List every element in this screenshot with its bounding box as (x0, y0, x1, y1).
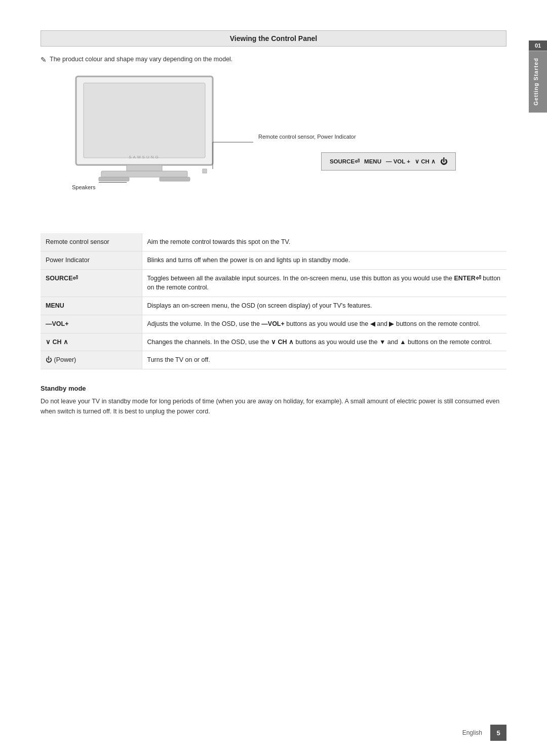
table-row: MENU Displays an on-screen menu, the OSD… (41, 297, 506, 315)
side-tab: 01 Getting Started (529, 40, 547, 112)
row-value: Changes the channels. In the OSD, use th… (142, 333, 506, 351)
page-footer: English 5 (41, 725, 506, 741)
note-icon: ✎ (41, 56, 47, 64)
page-container: 01 Getting Started Viewing the Control P… (0, 0, 547, 756)
tv-illustration: SAMSUNG (71, 74, 223, 195)
row-value: Aim the remote control towards this spot… (142, 233, 506, 251)
table-row: SOURCE⏎ Toggles between all the availabl… (41, 269, 506, 297)
control-table: Remote control sensor Aim the remote con… (41, 233, 506, 369)
row-key: SOURCE⏎ (41, 269, 142, 297)
table-row: ∨ CH ∧ Changes the channels. In the OSD,… (41, 333, 506, 351)
note-line: ✎ The product colour and shape may vary … (41, 56, 506, 64)
power-button-label: ⏻ (440, 157, 447, 165)
speakers-label: Speakers (72, 184, 95, 190)
svg-rect-5 (101, 171, 187, 177)
table-row: —VOL+ Adjusts the volume. In the OSD, us… (41, 315, 506, 333)
row-key: Power Indicator (41, 251, 142, 269)
svg-rect-6 (99, 177, 129, 181)
row-value: Blinks and turns off when the power is o… (142, 251, 506, 269)
side-tab-label: Getting Started (529, 51, 547, 112)
standby-text: Do not leave your TV in standby mode for… (41, 396, 506, 416)
section-title: Viewing the Control Panel (41, 30, 506, 47)
row-value: Displays an on-screen menu, the OSD (on … (142, 297, 506, 315)
source-button-label: SOURCE⏎ (330, 158, 360, 165)
row-key: —VOL+ (41, 315, 142, 333)
svg-text:SAMSUNG: SAMSUNG (129, 155, 160, 159)
ch-button-label: ∨ CH ∧ (415, 158, 436, 165)
table-row: Power Indicator Blinks and turns off whe… (41, 251, 506, 269)
tv-diagram-area: SAMSUNG Speakers Remote control sensor, … (41, 74, 506, 221)
svg-rect-1 (84, 83, 205, 158)
svg-rect-4 (127, 165, 162, 171)
control-strip: SOURCE⏎ MENU — VOL + ∨ CH ∧ ⏻ (321, 152, 456, 171)
row-value: Turns the TV on or off. (142, 351, 506, 369)
row-key: Remote control sensor (41, 233, 142, 251)
footer-lang: English (462, 729, 482, 736)
footer-page-number: 5 (490, 725, 506, 741)
row-value: Adjusts the volume. In the OSD, use the … (142, 315, 506, 333)
row-key: MENU (41, 297, 142, 315)
speakers-line (99, 182, 127, 183)
row-key: ⏻ (Power) (41, 351, 142, 369)
row-value: Toggles between all the available input … (142, 269, 506, 297)
table-row: ⏻ (Power) Turns the TV on or off. (41, 351, 506, 369)
table-row: Remote control sensor Aim the remote con… (41, 233, 506, 251)
standby-section: Standby mode Do not leave your TV in sta… (41, 385, 506, 416)
svg-rect-7 (160, 177, 190, 181)
standby-title: Standby mode (41, 385, 506, 392)
menu-button-label: MENU (364, 158, 381, 164)
vol-button-label: — VOL + (386, 158, 410, 164)
svg-rect-3 (203, 169, 207, 173)
note-text: The product colour and shape may vary de… (50, 56, 232, 63)
sensor-label: Remote control sensor, Power Indicator (258, 134, 356, 140)
row-key: ∨ CH ∧ (41, 333, 142, 351)
side-tab-number: 01 (529, 40, 547, 51)
